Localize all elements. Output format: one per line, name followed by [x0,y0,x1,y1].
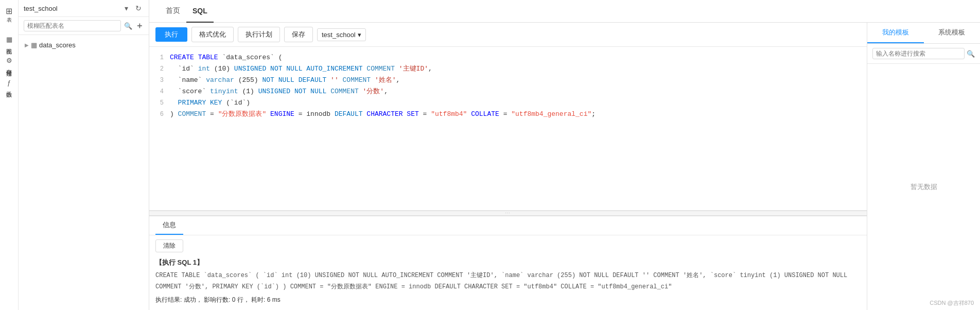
code-line-2: 2 `id` int (10) UNSIGNED NOT NULL AUTO_I… [149,63,867,75]
main-content: 首页 SQL 执行 格式优化 执行计划 保存 test_school ▾ [149,0,980,310]
info-panel: 信息 清除 【执行 SQL 1】 CREATE TABLE `data_scor… [149,216,867,310]
nav-procedure[interactable]: ⚙ 存储过程 [0,54,19,70]
db-dropdown-icon[interactable]: ▾ [122,3,130,13]
plan-button[interactable]: 执行计划 [238,27,280,42]
template-search-input[interactable] [872,48,965,59]
exec-title: 【执行 SQL 1】 [155,256,861,268]
nav-view[interactable]: ▦ 视图 [0,33,19,48]
resize-handle[interactable]: ⋯ [149,211,867,216]
editor-main: 执行 格式优化 执行计划 保存 test_school ▾ 1 CREATE T… [149,23,867,310]
save-button[interactable]: 保存 [284,27,313,42]
nav-function[interactable]: ƒ 函数 [0,76,19,91]
info-tab[interactable]: 信息 [155,216,183,235]
tree-table-icon: ▦ [31,41,37,49]
tab-my-template[interactable]: 我的模板 [867,23,924,43]
sidebar-tree: ▶ ▦ data_scores [19,35,149,310]
table-search-button[interactable]: 🔍 [124,22,132,30]
editor-toolbar: 执行 格式优化 执行计划 保存 test_school ▾ [149,23,867,47]
nav-procedure-label: 存储过程 [5,65,13,67]
tree-item-data-scores[interactable]: ▶ ▦ data_scores [19,39,149,51]
left-icon-nav: ⊞ 表 ▦ 视图 ⚙ 存储过程 ƒ 函数 [0,0,19,310]
db-selector[interactable]: test_school ▾ [317,28,366,41]
exec-sql: CREATE TABLE `data_scores` ( `id` int (1… [155,270,861,292]
code-line-3: 3 `name` varchar (255) NOT NULL DEFAULT … [149,75,867,86]
format-button[interactable]: 格式优化 [191,27,234,42]
watermark: CSDN @吉祥870 [930,299,974,307]
right-panel: 我的模板 系统模板 🔍 暂无数据 [867,23,980,310]
code-line-6: 6 ) COMMENT = "分数原数据表" ENGINE = innodb D… [149,109,867,120]
resize-dots-icon: ⋯ [505,210,511,216]
code-line-1: 1 CREATE TABLE `data_scores` ( [149,52,867,63]
table-icon: ⊞ [6,7,12,15]
code-line-4: 4 `score` tinyint (1) UNSIGNED NOT NULL … [149,86,867,97]
refresh-icon[interactable]: ↻ [133,3,144,13]
nav-home[interactable]: 首页 [160,0,186,23]
nav-function-label: 函数 [5,87,13,88]
info-header: 信息 [149,216,867,235]
view-icon: ▦ [6,36,12,43]
clear-button[interactable]: 清除 [155,239,183,252]
procedure-icon: ⚙ [6,57,12,64]
tab-sys-template[interactable]: 系统模板 [924,23,981,43]
nav-view-label: 视图 [5,44,13,45]
code-editor[interactable]: 1 CREATE TABLE `data_scores` ( 2 `id` in… [149,47,867,211]
sidebar-header: test_school ▾ ↻ [19,0,149,17]
top-nav: 首页 SQL [149,0,980,23]
right-tabs: 我的模板 系统模板 [867,23,980,44]
sidebar-search-row: 🔍 ＋ [19,17,149,35]
function-icon: ƒ [7,79,11,86]
template-search-icon[interactable]: 🔍 [967,50,975,58]
table-search-input[interactable] [24,20,121,31]
db-select-chevron: ▾ [358,31,361,39]
add-table-button[interactable]: ＋ [135,21,144,31]
tree-item-label: data_scores [39,41,76,49]
exec-button[interactable]: 执行 [155,27,187,42]
code-line-5: 5 PRIMARY KEY (`id`) [149,97,867,109]
info-body: 清除 【执行 SQL 1】 CREATE TABLE `data_scores`… [149,235,867,310]
nav-table-label: 表 [7,16,12,24]
nav-sql[interactable]: SQL [186,0,214,23]
right-empty-state: 暂无数据 [867,64,980,310]
exec-result: 【执行 SQL 1】 CREATE TABLE `data_scores` ( … [155,256,861,306]
right-search: 🔍 [867,44,980,64]
exec-status: 执行结果: 成功， 影响行数: 0 行， 耗时: 6 ms [155,295,861,306]
db-name-label: test_school [24,5,119,12]
tree-arrow-icon: ▶ [25,42,29,48]
nav-table[interactable]: ⊞ 表 [0,4,19,27]
